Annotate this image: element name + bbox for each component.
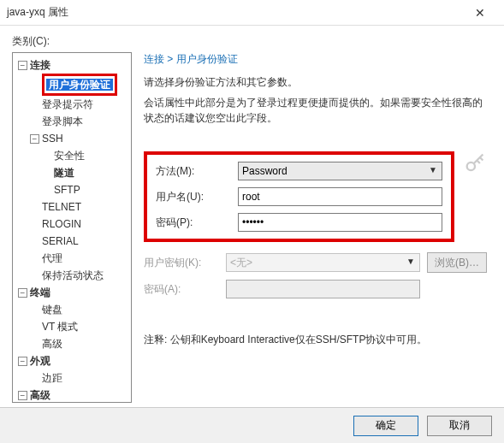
tree-node-security[interactable]: 安全性 xyxy=(42,147,129,164)
collapse-icon[interactable]: − xyxy=(30,134,39,144)
title-bar: java-yxq 属性 ✕ xyxy=(0,0,504,26)
tree-node-telnet[interactable]: TELNET xyxy=(30,198,129,216)
username-input[interactable] xyxy=(238,187,442,206)
username-label: 用户名(U): xyxy=(156,190,238,204)
collapse-icon[interactable]: − xyxy=(18,288,27,298)
passphrase-label: 密码(A): xyxy=(144,282,226,297)
tree-node-keyboard[interactable]: 键盘 xyxy=(30,301,129,318)
browse-button: 浏览(B)… xyxy=(427,252,487,273)
tree-node-tunnel[interactable]: 隧道 xyxy=(42,164,129,181)
collapse-icon[interactable]: − xyxy=(18,391,27,400)
collapse-icon[interactable]: − xyxy=(18,357,27,366)
tree-node-auth[interactable]: 用户身份验证 xyxy=(30,74,129,96)
tree-node-rlogin[interactable]: RLOGIN xyxy=(30,216,129,233)
window-title: java-yxq 属性 xyxy=(7,5,463,20)
userkey-select: <无> xyxy=(226,253,420,272)
collapse-icon[interactable]: − xyxy=(18,61,27,70)
tree-node-margin[interactable]: 边距 xyxy=(30,369,129,387)
key-icon xyxy=(463,151,487,175)
method-label: 方法(M): xyxy=(156,164,238,179)
tree-node-keepalive[interactable]: 保持活动状态 xyxy=(30,267,129,284)
auth-form-highlight: 方法(M): Password ▼ 用户名(U): 密码(P): xyxy=(144,151,454,242)
tree-node-term-advanced[interactable]: 高级 xyxy=(30,335,129,352)
tree-node-vt[interactable]: VT 模式 xyxy=(30,318,129,335)
close-icon[interactable]: ✕ xyxy=(463,6,497,20)
passphrase-input xyxy=(226,280,420,298)
tree-node-ssh[interactable]: −SSH 安全性 隧道 SFTP xyxy=(30,130,129,198)
content-panel: 连接 > 用户身份验证 请选择身份验证方法和其它参数。 会话属性中此部分是为了登… xyxy=(139,52,492,403)
tree-node-login-script[interactable]: 登录脚本 xyxy=(30,113,129,130)
note-text: 注释: 公钥和Keyboard Interactive仅在SSH/SFTP协议中… xyxy=(144,333,487,347)
description-1: 请选择身份验证方法和其它参数。 xyxy=(144,75,487,90)
tree-node-appearance[interactable]: −外观 边距 xyxy=(18,352,129,387)
tree-node-connection[interactable]: −连接 用户身份验证 登录提示符 登录脚本 −SSH 安全性 隧道 SFTP xyxy=(18,56,129,284)
breadcrumb: 连接 > 用户身份验证 xyxy=(144,52,487,67)
ok-button[interactable]: 确定 xyxy=(353,416,418,436)
svg-point-0 xyxy=(467,162,475,170)
category-label: 类别(C): xyxy=(12,34,492,49)
description-2: 会话属性中此部分是为了登录过程更便捷而提供的。如果需要安全性很高的状态的话建议您… xyxy=(144,95,487,126)
tree-node-serial[interactable]: SERIAL xyxy=(30,233,129,250)
tree-node-terminal[interactable]: −终端 键盘 VT 模式 高级 xyxy=(18,284,129,352)
tree-node-login-prompt[interactable]: 登录提示符 xyxy=(30,96,129,113)
password-input[interactable] xyxy=(238,213,442,232)
cancel-button[interactable]: 取消 xyxy=(427,416,492,436)
userkey-label: 用户密钥(K): xyxy=(144,256,226,270)
password-label: 密码(P): xyxy=(156,216,238,230)
tree-node-advanced[interactable]: −高级 跟踪 日志记录 xyxy=(18,387,129,403)
tree-node-proxy[interactable]: 代理 xyxy=(30,250,129,267)
dialog-footer: 确定 取消 xyxy=(0,407,504,443)
tree-node-sftp[interactable]: SFTP xyxy=(42,181,129,198)
method-select[interactable]: Password xyxy=(238,162,442,180)
category-tree[interactable]: −连接 用户身份验证 登录提示符 登录脚本 −SSH 安全性 隧道 SFTP xyxy=(12,52,132,403)
